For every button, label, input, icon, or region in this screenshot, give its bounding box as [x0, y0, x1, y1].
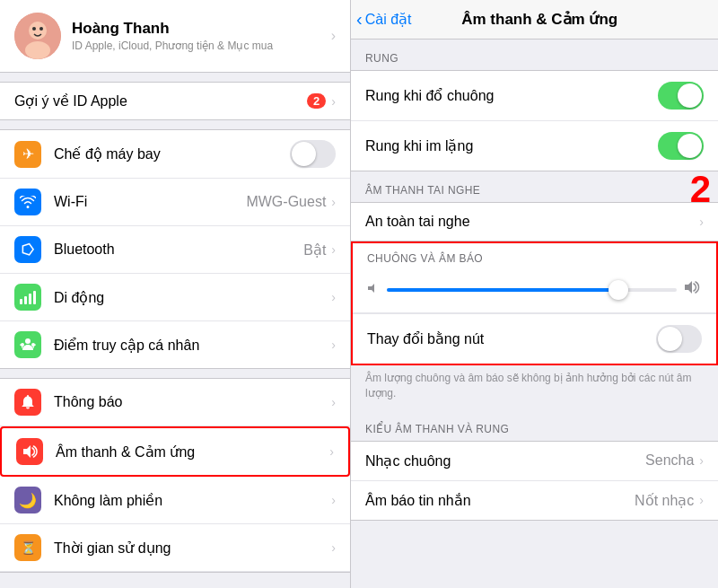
svg-rect-6 — [24, 296, 27, 304]
left-panel: Hoàng Thanh ID Apple, iCloud, Phương tiệ… — [0, 0, 350, 588]
volume-outlined-section: CHUÔNG VÀ ÂM BÁO — [351, 241, 718, 365]
svg-rect-5 — [20, 299, 22, 304]
svg-point-1 — [29, 22, 47, 39]
bluetooth-label: Bluetooth — [54, 241, 303, 258]
settings-row-cellular[interactable]: Di động › — [0, 274, 350, 321]
profile-row[interactable]: Hoàng Thanh ID Apple, iCloud, Phương tiệ… — [0, 0, 350, 73]
dnd-label: Không làm phiền — [54, 492, 331, 509]
kieu-section-header: KIỂU ÂM THANH VÀ RUNG — [351, 410, 718, 441]
nhacchuong-row[interactable]: Nhạc chuông Sencha › — [351, 442, 718, 481]
change-by-button-toggle[interactable] — [656, 325, 702, 353]
screentime-chevron: › — [331, 540, 336, 555]
dnd-chevron: › — [331, 493, 336, 507]
ambao-chevron: › — [699, 493, 704, 507]
volume-slider-track[interactable] — [387, 288, 677, 292]
notifications-label: Thông báo — [54, 394, 331, 410]
rung-chuan-label: Rung khi đổ chuông — [365, 87, 658, 104]
back-chevron-icon: ‹ — [356, 9, 363, 30]
hearing-section-header: ÂM THANH TAI NGHE — [351, 171, 718, 202]
antoan-chevron: › — [699, 215, 704, 229]
rung-lang-toggle[interactable] — [658, 132, 704, 160]
volume-low-icon — [367, 282, 380, 297]
change-by-button-label: Thay đổi bằng nút — [367, 330, 656, 347]
rung-lang-row[interactable]: Rung khi im lặng — [351, 121, 718, 171]
volume-slider-row[interactable] — [353, 270, 716, 313]
right-panel: ‹ Cài đặt Âm thanh & Cảm ứng RUNG Rung k… — [351, 0, 718, 588]
wifi-label: Wi-Fi — [54, 194, 246, 210]
airplane-icon: ✈ — [14, 141, 41, 168]
wifi-icon — [14, 189, 41, 215]
annotation-2: 2 — [690, 168, 711, 211]
back-label: Cài đặt — [365, 11, 412, 28]
suggestion-section: Gợi ý về ID Apple 2 › — [0, 82, 350, 120]
suggestion-badge: 2 — [307, 93, 326, 109]
avatar — [14, 13, 61, 59]
antoan-row[interactable]: An toàn tai nghe › — [351, 203, 718, 241]
connectivity-section: ✈ Chế độ máy bay Wi-Fi MWG-Guest › ⭔ Blu… — [0, 129, 350, 369]
cellular-icon — [14, 284, 41, 311]
svg-point-2 — [25, 41, 50, 59]
bluetooth-value: Bật — [303, 241, 326, 259]
svg-rect-7 — [29, 294, 31, 304]
ambao-label: Âm báo tin nhắn — [365, 492, 635, 509]
volume-high-icon — [684, 279, 702, 300]
volume-sub-text: Âm lượng chuông và âm báo sẽ không bị ản… — [351, 365, 718, 410]
antoan-label: An toàn tai nghe — [365, 214, 699, 230]
profile-sub: ID Apple, iCloud, Phương tiện & Mục mua — [72, 39, 331, 52]
wifi-value: MWG-Guest — [246, 194, 326, 210]
rung-chuan-toggle[interactable] — [658, 82, 704, 110]
svg-point-3 — [32, 27, 36, 31]
nhacchuong-value: Sencha — [645, 452, 694, 469]
airplane-toggle[interactable] — [290, 140, 336, 168]
dnd-icon: 🌙 — [14, 487, 41, 513]
settings-row-notifications[interactable]: Thông báo › — [0, 379, 350, 426]
personal-label: Điểm truy cập cá nhân — [54, 337, 331, 354]
right-title: Âm thanh & Cảm ứng — [411, 10, 668, 29]
right-content: RUNG Rung khi đổ chuông Rung khi im lặng… — [351, 39, 718, 588]
svg-point-9 — [25, 338, 31, 344]
sound-chevron: › — [329, 444, 334, 459]
settings-row-screentime[interactable]: ⏳ Thời gian sử dụng › — [0, 524, 350, 572]
sound-label: Âm thanh & Cảm ứng — [56, 443, 329, 461]
screentime-label: Thời gian sử dụng — [54, 540, 331, 557]
settings-row-dnd[interactable]: 🌙 Không làm phiền › — [0, 477, 350, 524]
hearing-section: ÂM THANH TAI NGHE An toàn tai nghe › 2 — [351, 171, 718, 241]
settings-row-airplane[interactable]: ✈ Chế độ máy bay — [0, 130, 350, 179]
screentime-icon: ⏳ — [14, 534, 41, 561]
notifications-icon — [14, 389, 41, 416]
back-button[interactable]: ‹ Cài đặt — [356, 9, 411, 30]
settings-row-bluetooth[interactable]: ⭔ Bluetooth Bật › — [0, 226, 350, 274]
ambao-row[interactable]: Âm báo tin nhắn Nốt nhạc › — [351, 481, 718, 520]
rung-lang-label: Rung khi im lặng — [365, 137, 658, 154]
notifications-chevron: › — [331, 395, 336, 409]
cellular-label: Di động — [54, 289, 331, 306]
rung-chuan-row[interactable]: Rung khi đổ chuông — [351, 71, 718, 121]
volume-section-header: CHUÔNG VÀ ÂM BÁO — [353, 243, 716, 270]
volume-slider-thumb[interactable] — [609, 280, 628, 300]
svg-rect-8 — [33, 291, 36, 304]
suggestion-row[interactable]: Gợi ý về ID Apple 2 › — [0, 83, 350, 119]
personal-chevron: › — [331, 338, 336, 352]
kieu-section: Nhạc chuông Sencha › Âm báo tin nhắn Nốt… — [351, 441, 718, 521]
hearing-rows: An toàn tai nghe › — [351, 202, 718, 241]
nhacchuong-label: Nhạc chuông — [365, 452, 645, 470]
volume-slider-fill — [387, 288, 618, 292]
nhacchuong-chevron: › — [699, 453, 704, 468]
change-by-button-row[interactable]: Thay đổi bằng nút — [353, 313, 716, 364]
settings-section-2: Thông báo › Âm thanh & Cảm ứng › 🌙 Không… — [0, 378, 350, 573]
settings-row-personal[interactable]: Điểm truy cập cá nhân › — [0, 321, 350, 368]
bluetooth-icon: ⭔ — [14, 236, 41, 263]
profile-name: Hoàng Thanh — [72, 20, 331, 38]
airplane-label: Chế độ máy bay — [54, 145, 290, 162]
svg-marker-14 — [685, 281, 692, 294]
profile-chevron: › — [331, 28, 336, 44]
settings-row-wifi[interactable]: Wi-Fi MWG-Guest › — [0, 179, 350, 226]
personal-icon — [14, 331, 41, 358]
settings-row-sound[interactable]: Âm thanh & Cảm ứng › — [0, 426, 350, 477]
rung-section-header: RUNG — [351, 39, 718, 70]
profile-info: Hoàng Thanh ID Apple, iCloud, Phương tiệ… — [72, 20, 331, 52]
sound-icon — [16, 438, 43, 465]
suggestion-label: Gợi ý về ID Apple — [14, 92, 307, 110]
svg-marker-12 — [23, 445, 31, 458]
cellular-chevron: › — [331, 290, 336, 304]
